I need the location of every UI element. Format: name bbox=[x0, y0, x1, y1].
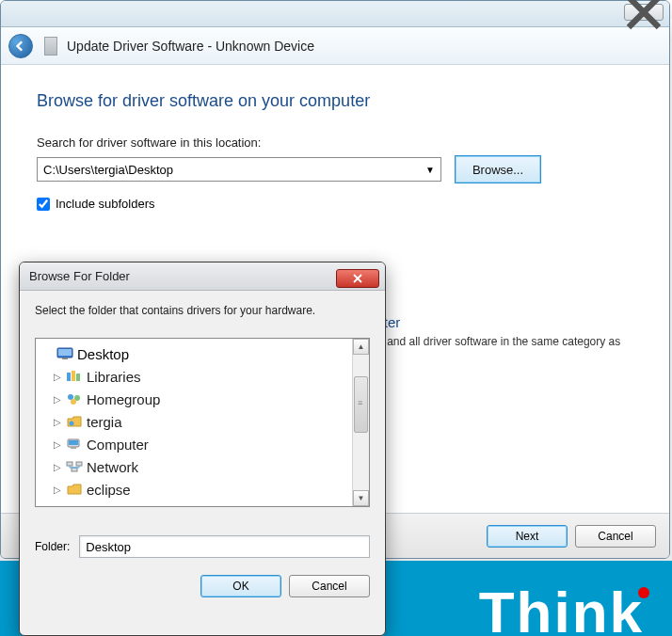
network-icon bbox=[66, 459, 83, 474]
wizard-title: Update Driver Software - Unknown Device bbox=[67, 39, 314, 54]
ok-button[interactable]: OK bbox=[200, 575, 281, 597]
wizard-titlebar[interactable] bbox=[1, 1, 669, 27]
svg-rect-4 bbox=[72, 371, 75, 381]
dialog-cancel-button[interactable]: Cancel bbox=[289, 575, 370, 597]
tree-item-libraries[interactable]: ▷Libraries bbox=[38, 365, 350, 388]
include-subfolders-label: Include subfolders bbox=[56, 197, 155, 211]
folder-tree-container: Desktop▷Libraries▷Homegroup▷tergia▷Compu… bbox=[35, 338, 370, 507]
tree-item-label: tergia bbox=[87, 414, 122, 430]
close-icon bbox=[352, 274, 363, 283]
homegroup-icon bbox=[66, 391, 83, 406]
folder-field-label: Folder: bbox=[35, 540, 70, 553]
tree-item-label: Homegroup bbox=[87, 391, 160, 407]
desktop-icon bbox=[56, 346, 73, 361]
folder-icon bbox=[66, 482, 83, 497]
expand-triangle-icon[interactable]: ▷ bbox=[53, 462, 62, 472]
scroll-thumb[interactable] bbox=[354, 376, 368, 433]
brand-dot-icon bbox=[638, 587, 649, 598]
wizard-heading: Browse for driver software on your compu… bbox=[37, 91, 633, 111]
tree-item-homegroup[interactable]: ▷Homegroup bbox=[38, 388, 350, 410]
tree-item-tergia[interactable]: ▷tergia bbox=[38, 410, 350, 433]
expand-triangle-icon[interactable]: ▷ bbox=[53, 485, 62, 495]
svg-rect-15 bbox=[72, 468, 77, 471]
tree-item-label: Desktop bbox=[77, 346, 129, 362]
device-icon bbox=[44, 37, 57, 56]
include-subfolders-checkbox[interactable] bbox=[37, 198, 50, 211]
path-value: C:\Users\tergia\Desktop bbox=[43, 163, 173, 177]
tree-item-desktop[interactable]: Desktop bbox=[38, 342, 350, 365]
tree-item-eclipse[interactable]: ▷eclipse bbox=[38, 478, 350, 501]
dialog-instruction: Select the folder that contains drivers … bbox=[35, 304, 370, 317]
back-button[interactable] bbox=[8, 34, 33, 58]
back-arrow-icon bbox=[14, 40, 27, 53]
svg-rect-14 bbox=[76, 462, 82, 466]
expand-triangle-icon[interactable]: ▷ bbox=[53, 394, 62, 405]
scroll-up-button[interactable]: ▲ bbox=[353, 339, 369, 355]
svg-rect-13 bbox=[67, 462, 72, 466]
scroll-down-button[interactable]: ▼ bbox=[353, 490, 369, 506]
next-button[interactable]: Next bbox=[487, 525, 568, 548]
wizard-navbar: Update Driver Software - Unknown Device bbox=[1, 27, 669, 65]
libraries-icon bbox=[66, 369, 83, 384]
tree-scrollbar[interactable]: ▲ ▼ bbox=[352, 339, 369, 506]
dialog-title: Browse For Folder bbox=[29, 269, 130, 283]
svg-rect-3 bbox=[67, 373, 71, 381]
svg-rect-5 bbox=[76, 374, 80, 381]
computer-icon bbox=[66, 437, 83, 452]
tree-item-label: eclipse bbox=[87, 482, 131, 498]
svg-rect-11 bbox=[69, 440, 78, 445]
tree-item-label: Libraries bbox=[87, 369, 141, 385]
dialog-close-button[interactable] bbox=[336, 269, 379, 288]
path-combobox[interactable]: C:\Users\tergia\Desktop ▼ bbox=[37, 157, 441, 182]
search-location-label: Search for driver software in this locat… bbox=[37, 135, 633, 150]
wizard-close-button[interactable] bbox=[624, 4, 664, 21]
browse-button[interactable]: Browse... bbox=[455, 155, 541, 183]
user-icon bbox=[66, 414, 83, 429]
chevron-down-icon: ▼ bbox=[425, 165, 435, 175]
svg-point-6 bbox=[68, 394, 73, 400]
cancel-button[interactable]: Cancel bbox=[575, 525, 656, 548]
folder-tree[interactable]: Desktop▷Libraries▷Homegroup▷tergia▷Compu… bbox=[36, 339, 352, 506]
svg-point-8 bbox=[71, 399, 76, 405]
expand-triangle-icon[interactable]: ▷ bbox=[53, 372, 62, 382]
browse-for-folder-dialog: Browse For Folder Select the folder that… bbox=[19, 262, 386, 636]
tree-item-network[interactable]: ▷Network bbox=[38, 455, 350, 478]
folder-name-input[interactable] bbox=[79, 535, 370, 558]
expand-triangle-icon[interactable]: ▷ bbox=[53, 417, 62, 427]
include-subfolders-row[interactable]: Include subfolders bbox=[37, 197, 633, 211]
svg-point-9 bbox=[70, 421, 74, 426]
brand-text: Think bbox=[479, 579, 655, 636]
tree-item-label: Computer bbox=[87, 437, 149, 453]
close-icon bbox=[625, 0, 663, 31]
svg-rect-12 bbox=[71, 447, 76, 449]
svg-rect-1 bbox=[58, 349, 72, 356]
dialog-titlebar[interactable]: Browse For Folder bbox=[20, 262, 385, 291]
tree-item-label: Network bbox=[87, 459, 138, 475]
expand-triangle-icon[interactable]: ▷ bbox=[53, 439, 62, 450]
tree-item-computer[interactable]: ▷Computer bbox=[38, 433, 350, 455]
svg-rect-2 bbox=[62, 358, 68, 359]
